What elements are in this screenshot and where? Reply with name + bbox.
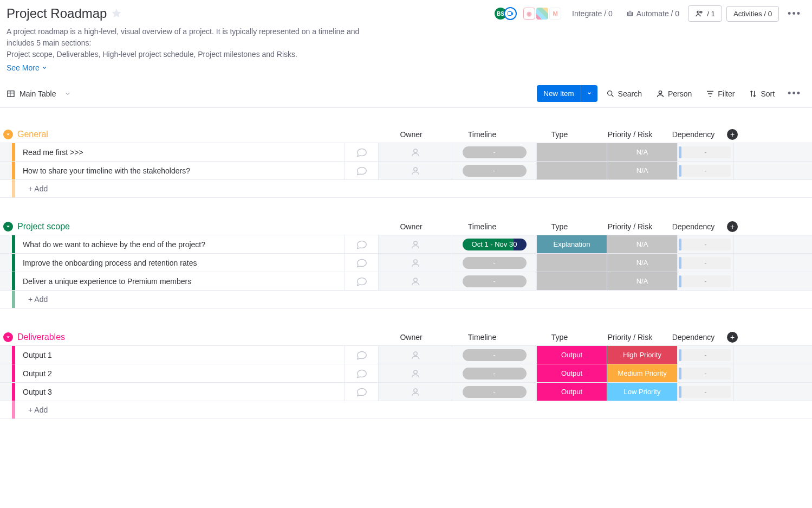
table-row[interactable]: Deliver a unique experience to Premium m… <box>0 272 812 290</box>
owner-cell[interactable] <box>378 272 452 290</box>
view-selector[interactable]: Main Table <box>7 89 71 98</box>
item-name-cell[interactable]: Output 3 <box>15 383 345 401</box>
open-conversation-button[interactable] <box>345 383 378 401</box>
timeline-cell[interactable]: - <box>452 272 536 290</box>
dependency-cell[interactable]: - <box>677 254 733 272</box>
avatar-stack[interactable]: BS <box>494 7 514 20</box>
activities-button[interactable]: Activities / 0 <box>726 6 779 22</box>
add-column-button[interactable]: + <box>727 332 738 343</box>
sort-button[interactable]: Sort <box>743 86 780 101</box>
type-cell[interactable]: Output <box>536 346 607 364</box>
dependency-cell[interactable]: - <box>677 383 733 401</box>
filter-button[interactable]: Filter <box>700 86 740 101</box>
open-conversation-button[interactable] <box>345 143 378 161</box>
priority-cell[interactable]: High Priority <box>607 346 677 364</box>
add-item-label[interactable]: + Add <box>15 401 812 419</box>
add-column-button[interactable]: + <box>727 129 738 140</box>
timeline-pill[interactable]: - <box>463 386 527 398</box>
priority-cell[interactable]: Medium Priority <box>607 364 677 382</box>
type-cell[interactable]: Explanation <box>536 235 607 253</box>
add-item-row[interactable]: + Add <box>0 290 812 308</box>
column-header-dependency[interactable]: Dependency <box>665 218 722 235</box>
dependency-cell[interactable]: - <box>677 143 733 161</box>
owner-cell[interactable] <box>378 162 452 179</box>
timeline-pill[interactable]: - <box>463 165 527 177</box>
table-row[interactable]: Read me first >>> - N/A - <box>0 143 812 161</box>
item-name-cell[interactable]: Read me first >>> <box>15 143 345 161</box>
item-name-cell[interactable]: Output 2 <box>15 364 345 382</box>
table-row[interactable]: Output 1 - Output High Priority - <box>0 345 812 364</box>
timeline-cell[interactable]: - <box>452 254 536 272</box>
group-title[interactable]: Project scope <box>17 222 70 232</box>
view-more-menu-icon[interactable]: ••• <box>783 86 805 101</box>
timeline-cell[interactable]: - <box>452 364 536 382</box>
column-header-timeline[interactable]: Timeline <box>440 126 524 143</box>
timeline-cell[interactable]: Oct 1 - Nov 30 <box>452 235 536 253</box>
column-header-priority[interactable]: Priority / Risk <box>595 329 665 345</box>
add-item-row[interactable]: + Add <box>0 179 812 198</box>
timeline-cell[interactable]: - <box>452 383 536 401</box>
timeline-cell[interactable]: - <box>452 346 536 364</box>
new-item-dropdown[interactable] <box>581 85 597 102</box>
item-name-cell[interactable]: Improve the onboarding process and reten… <box>15 254 345 272</box>
timeline-pill[interactable]: Oct 1 - Nov 30 <box>463 239 527 250</box>
table-row[interactable]: Output 2 - Output Medium Priority - <box>0 364 812 382</box>
add-item-label[interactable]: + Add <box>15 291 812 308</box>
owner-cell[interactable] <box>378 383 452 401</box>
column-header-timeline[interactable]: Timeline <box>440 329 524 345</box>
type-cell[interactable] <box>536 162 607 179</box>
open-conversation-button[interactable] <box>345 346 378 364</box>
add-column-button[interactable]: + <box>727 221 738 232</box>
priority-cell[interactable]: N/A <box>607 235 677 253</box>
timeline-cell[interactable]: - <box>452 162 536 179</box>
table-row[interactable]: Improve the onboarding process and reten… <box>0 253 812 272</box>
owner-cell[interactable] <box>378 364 452 382</box>
timeline-pill[interactable]: - <box>463 257 527 269</box>
column-header-priority[interactable]: Priority / Risk <box>595 126 665 143</box>
owner-cell[interactable] <box>378 235 452 253</box>
type-cell[interactable]: Output <box>536 364 607 382</box>
new-item-button[interactable]: New Item <box>537 85 597 102</box>
priority-cell[interactable]: Low Priority <box>607 383 677 401</box>
type-cell[interactable] <box>536 143 607 161</box>
table-row[interactable]: How to share your timeline with the stak… <box>0 161 812 179</box>
members-button[interactable]: / 1 <box>688 5 722 22</box>
dependency-cell[interactable]: - <box>677 272 733 290</box>
person-filter-button[interactable]: Person <box>651 86 697 101</box>
see-more-link[interactable]: See More <box>7 63 47 72</box>
add-item-label[interactable]: + Add <box>15 180 812 197</box>
column-header-type[interactable]: Type <box>524 329 595 345</box>
table-row[interactable]: What do we want to achieve by the end of… <box>0 235 812 253</box>
column-header-owner[interactable]: Owner <box>382 218 440 235</box>
item-name-cell[interactable]: Deliver a unique experience to Premium m… <box>15 272 345 290</box>
item-name-cell[interactable]: What do we want to achieve by the end of… <box>15 235 345 253</box>
owner-cell[interactable] <box>378 143 452 161</box>
owner-cell[interactable] <box>378 346 452 364</box>
timeline-pill[interactable]: - <box>463 349 527 361</box>
column-header-owner[interactable]: Owner <box>382 329 440 345</box>
type-cell[interactable] <box>536 254 607 272</box>
owner-cell[interactable] <box>378 254 452 272</box>
group-title[interactable]: Deliverables <box>17 332 65 342</box>
add-item-row[interactable]: + Add <box>0 401 812 419</box>
open-conversation-button[interactable] <box>345 272 378 290</box>
type-cell[interactable] <box>536 272 607 290</box>
priority-cell[interactable]: N/A <box>607 143 677 161</box>
open-conversation-button[interactable] <box>345 235 378 253</box>
search-button[interactable]: Search <box>601 86 647 101</box>
open-conversation-button[interactable] <box>345 162 378 179</box>
timeline-pill[interactable]: - <box>463 275 527 287</box>
dependency-cell[interactable]: - <box>677 364 733 382</box>
open-conversation-button[interactable] <box>345 254 378 272</box>
group-collapse-button[interactable] <box>3 130 13 139</box>
item-name-cell[interactable]: Output 1 <box>15 346 345 364</box>
group-collapse-button[interactable] <box>3 332 13 342</box>
priority-cell[interactable]: N/A <box>607 162 677 179</box>
timeline-pill[interactable]: - <box>463 146 527 158</box>
favorite-star-icon[interactable] <box>111 8 122 20</box>
type-cell[interactable]: Output <box>536 383 607 401</box>
dependency-cell[interactable]: - <box>677 162 733 179</box>
item-name-cell[interactable]: How to share your timeline with the stak… <box>15 162 345 179</box>
more-menu-icon[interactable]: ••• <box>783 6 805 22</box>
group-title[interactable]: General <box>17 130 48 139</box>
